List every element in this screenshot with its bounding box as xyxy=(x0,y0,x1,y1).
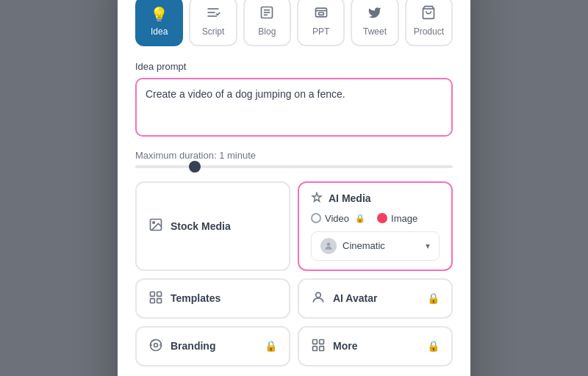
ai-media-sparkle-icon xyxy=(311,192,323,206)
svg-rect-17 xyxy=(157,298,162,303)
ai-avatar-icon xyxy=(311,290,326,307)
tab-script[interactable]: Script xyxy=(189,0,237,46)
style-avatar xyxy=(320,238,337,254)
ai-avatar-label: AI Avatar xyxy=(333,292,377,304)
more-icon xyxy=(311,338,326,355)
ai-media-header: AI Media xyxy=(311,192,440,206)
image-radio-item[interactable]: Image xyxy=(377,213,417,224)
tab-tweet-label: Tweet xyxy=(363,26,387,37)
tab-script-label: Script xyxy=(202,26,225,37)
slider-row xyxy=(135,165,453,168)
svg-point-20 xyxy=(154,343,158,347)
svg-rect-14 xyxy=(151,292,155,296)
tab-idea[interactable]: 💡 Idea xyxy=(135,0,183,46)
more-lock-icon: 🔒 xyxy=(427,340,440,352)
svg-rect-22 xyxy=(320,339,324,344)
tabs-row: 💡 Idea Script Blog xyxy=(135,0,453,46)
ai-media-card[interactable]: AI Media Video 🔒 Image xyxy=(298,181,453,271)
templates-label: Templates xyxy=(171,292,220,304)
svg-rect-16 xyxy=(151,298,155,303)
tab-tweet[interactable]: Tweet xyxy=(351,0,398,46)
stock-media-card[interactable]: Stock Media xyxy=(135,181,290,271)
svg-point-18 xyxy=(316,292,321,297)
stock-media-label: Stock Media xyxy=(171,220,231,232)
blog-icon xyxy=(259,5,274,24)
duration-label: Maximum duration: 1 minute xyxy=(135,150,453,161)
more-card[interactable]: More 🔒 xyxy=(298,326,453,366)
magic-create-modal: Magic Create 💡 Idea Script Blog xyxy=(118,0,470,376)
svg-rect-24 xyxy=(320,346,324,350)
video-radio-label: Video xyxy=(325,213,349,224)
templates-icon xyxy=(148,290,163,307)
svg-rect-9 xyxy=(318,12,323,15)
video-radio-item[interactable]: Video 🔒 xyxy=(311,213,365,224)
ai-avatar-card[interactable]: AI Avatar 🔒 xyxy=(298,278,453,319)
style-dropdown[interactable]: Cinematic ▾ xyxy=(311,231,440,261)
ai-avatar-lock-icon: 🔒 xyxy=(427,292,440,304)
product-icon xyxy=(421,5,436,24)
tab-ppt[interactable]: PPT xyxy=(297,0,345,46)
idea-prompt-input[interactable] xyxy=(135,78,453,137)
branding-icon xyxy=(148,338,163,355)
script-icon xyxy=(206,5,220,24)
tab-product[interactable]: Product xyxy=(405,0,453,46)
slider-track xyxy=(135,165,453,168)
dropdown-chevron-icon: ▾ xyxy=(426,241,430,251)
svg-point-12 xyxy=(153,222,155,224)
tweet-icon xyxy=(368,5,382,24)
video-radio-circle xyxy=(311,213,321,223)
image-radio-label: Image xyxy=(391,213,417,224)
idea-icon: 💡 xyxy=(150,6,168,24)
ai-media-label: AI Media xyxy=(329,192,371,204)
tab-blog[interactable]: Blog xyxy=(243,0,291,46)
ppt-icon xyxy=(314,5,329,24)
svg-rect-21 xyxy=(313,339,318,344)
branding-card[interactable]: Branding 🔒 xyxy=(135,326,290,366)
style-label: Cinematic xyxy=(343,240,385,251)
branding-label: Branding xyxy=(171,340,215,352)
stock-media-icon xyxy=(148,217,163,234)
slider-thumb[interactable] xyxy=(189,161,201,173)
templates-card[interactable]: Templates xyxy=(135,278,290,319)
tab-idea-label: Idea xyxy=(151,26,168,37)
svg-rect-23 xyxy=(313,346,318,350)
svg-rect-15 xyxy=(157,292,162,296)
idea-prompt-label: Idea prompt xyxy=(135,61,453,72)
image-radio-circle xyxy=(377,213,387,223)
tab-ppt-label: PPT xyxy=(312,26,329,37)
tab-blog-label: Blog xyxy=(258,26,276,37)
media-options-grid: Stock Media AI Media Video 🔒 xyxy=(135,181,453,366)
more-label: More xyxy=(333,340,357,352)
video-lock-icon: 🔒 xyxy=(355,214,365,223)
ai-media-radio-row: Video 🔒 Image xyxy=(311,213,440,224)
svg-point-13 xyxy=(327,242,331,246)
branding-lock-icon: 🔒 xyxy=(265,340,277,352)
tab-product-label: Product xyxy=(414,26,444,37)
